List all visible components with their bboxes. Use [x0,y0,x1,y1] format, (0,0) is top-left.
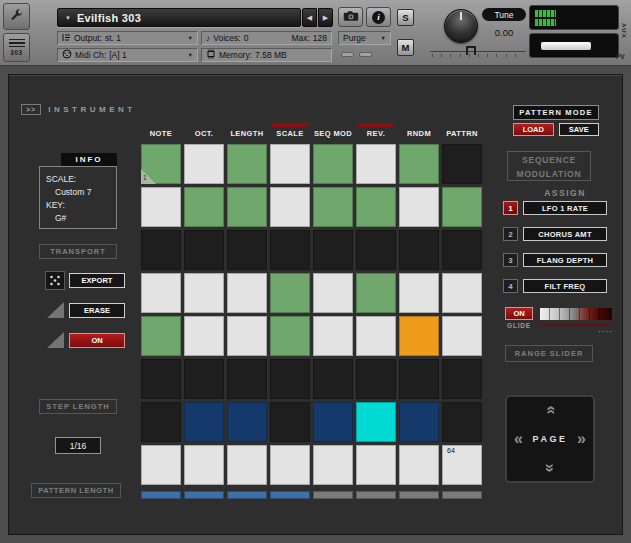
step-cell-r8-c4[interactable] [270,445,310,485]
step-cell-r5-c4[interactable] [270,316,310,356]
step-cell-r4-c2[interactable] [184,273,224,313]
step-cell-r3-c6[interactable] [356,230,396,270]
pan-slider[interactable] [430,46,526,58]
step-cell-r8-c2[interactable] [184,445,224,485]
tune-knob[interactable] [444,9,478,43]
snapshot-camera-button[interactable] [338,7,363,27]
output-routing-field[interactable]: Output: st. 1 ▼ [57,31,198,45]
page-bar-8[interactable] [442,491,482,499]
assign-slot-label-4[interactable]: FILT FREQ [523,279,607,293]
column-header-3[interactable]: LENGTH [227,123,267,138]
export-button[interactable]: EXPORT [69,273,125,288]
step-cell-r1-c3[interactable] [227,144,267,184]
step-cell-r5-c3[interactable] [227,316,267,356]
page-bar-7[interactable] [399,491,439,499]
step-cell-r6-c5[interactable] [313,359,353,399]
assign-slot-number-4[interactable]: 4 [503,279,518,293]
step-cell-r2-c6[interactable] [356,187,396,227]
assign-slot-number-3[interactable]: 3 [503,253,518,267]
step-cell-r1-c5[interactable] [313,144,353,184]
glide-slider[interactable] [539,307,613,321]
step-cell-r6-c4[interactable] [270,359,310,399]
step-cell-r3-c8[interactable] [442,230,482,270]
step-cell-r5-c1[interactable] [141,316,181,356]
step-cell-r4-c8[interactable] [442,273,482,313]
dice-icon[interactable] [45,271,65,290]
step-cell-r5-c8[interactable] [442,316,482,356]
step-cell-r7-c1[interactable] [141,402,181,442]
step-cell-r1-c8[interactable] [442,144,482,184]
assign-slot-label-1[interactable]: LFO 1 RATE [523,201,607,215]
step-cell-r2-c2[interactable] [184,187,224,227]
next-instrument-button[interactable]: ▶ [318,8,333,27]
step-cell-r8-c6[interactable] [356,445,396,485]
step-cell-r7-c6[interactable] [356,402,396,442]
edit-instrument-button[interactable] [3,3,30,30]
step-cell-r2-c3[interactable] [227,187,267,227]
column-header-8[interactable]: PATTRN [442,123,482,138]
step-cell-r2-c8[interactable] [442,187,482,227]
assign-slot-label-2[interactable]: CHORUS AMT [523,227,607,241]
sequencer-on-button[interactable]: ON [69,333,125,348]
instrument-title-bar[interactable]: ▼ Evilfish 303 [57,8,301,27]
step-cell-r3-c4[interactable] [270,230,310,270]
step-cell-r2-c5[interactable] [313,187,353,227]
load-button[interactable]: LOAD [513,123,554,136]
assign-slot-number-2[interactable]: 2 [503,227,518,241]
step-cell-r6-c2[interactable] [184,359,224,399]
step-cell-r4-c5[interactable] [313,273,353,313]
column-header-2[interactable]: OCT. [184,123,224,138]
step-cell-r5-c7[interactable] [399,316,439,356]
step-cell-r7-c3[interactable] [227,402,267,442]
aux-label[interactable]: AUX [621,23,627,39]
minimize-instrument-button[interactable]: 303 [3,33,30,62]
step-cell-r5-c5[interactable] [313,316,353,356]
column-header-1[interactable]: NOTE [141,123,181,138]
assign-slot-label-3[interactable]: FLANG DEPTH [523,253,607,267]
step-cell-r2-c7[interactable] [399,187,439,227]
page-up-icon[interactable]: » [542,406,558,415]
page-bar-6[interactable] [356,491,396,499]
save-button[interactable]: SAVE [559,123,600,136]
step-cell-r6-c7[interactable] [399,359,439,399]
step-cell-r8-c5[interactable] [313,445,353,485]
step-cell-r7-c7[interactable] [399,402,439,442]
step-cell-r2-c4[interactable] [270,187,310,227]
column-header-6[interactable]: REV. [356,123,396,138]
step-cell-r3-c2[interactable] [184,230,224,270]
page-down-icon[interactable]: » [542,464,558,473]
pan-handle[interactable] [466,46,476,55]
step-cell-r4-c1[interactable] [141,273,181,313]
info-tab[interactable]: INFO [61,153,117,166]
step-cell-r1-c2[interactable] [184,144,224,184]
column-header-5[interactable]: SEQ MOD [313,123,353,138]
erase-button[interactable]: ERASE [69,303,125,318]
purge-menu-field[interactable]: Purge ▼ [338,31,391,45]
step-cell-r3-c1[interactable] [141,230,181,270]
step-cell-r7-c2[interactable] [184,402,224,442]
pv-label[interactable]: PV [616,53,625,60]
info-button[interactable]: i [366,7,391,27]
step-cell-r3-c3[interactable] [227,230,267,270]
step-cell-r4-c3[interactable] [227,273,267,313]
assign-slot-number-1[interactable]: 1 [503,201,518,215]
midi-channel-field[interactable]: Midi Ch: [A] 1 ▼ [57,48,198,62]
page-bar-1[interactable] [141,491,181,499]
glide-on-button[interactable]: ON [505,307,533,320]
step-cell-r8-c7[interactable] [399,445,439,485]
step-cell-r1-c4[interactable] [270,144,310,184]
page-bar-3[interactable] [227,491,267,499]
step-cell-r6-c6[interactable] [356,359,396,399]
step-cell-r8-c3[interactable] [227,445,267,485]
step-cell-r5-c6[interactable] [356,316,396,356]
solo-button[interactable]: S [397,9,414,26]
step-cell-r3-c5[interactable] [313,230,353,270]
step-cell-r8-c1[interactable] [141,445,181,485]
step-cell-r4-c6[interactable] [356,273,396,313]
step-cell-r6-c1[interactable] [141,359,181,399]
step-cell-r7-c5[interactable] [313,402,353,442]
step-length-value[interactable]: 1/16 [55,437,101,454]
page-bar-4[interactable] [270,491,310,499]
step-cell-r1-c6[interactable] [356,144,396,184]
aux-slider-bar[interactable] [541,42,591,50]
